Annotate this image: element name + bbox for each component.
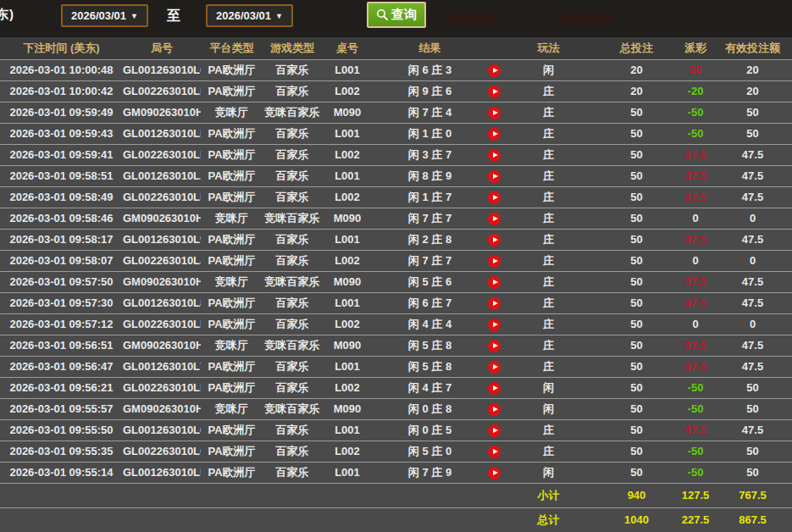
result: 闲 7 庄 9 bbox=[373, 462, 487, 483]
footer-payout: 227.5 bbox=[678, 507, 713, 532]
table-row: 2026-03-01 09:58:17GL001263010L9PA欧洲厅百家乐… bbox=[0, 229, 792, 250]
valid-bet: 0 bbox=[713, 208, 792, 229]
table-row: 2026-03-01 09:55:14GL001263010L5PA欧洲厅百家乐… bbox=[0, 462, 792, 483]
replay-icon[interactable] bbox=[488, 446, 501, 458]
play-triangle bbox=[493, 195, 498, 200]
table-no: L002 bbox=[322, 313, 373, 335]
replay-icon[interactable] bbox=[488, 424, 501, 437]
replay-icon[interactable] bbox=[488, 319, 501, 331]
replay-icon[interactable] bbox=[488, 170, 501, 183]
platform-type: 竞咪厅 bbox=[201, 398, 263, 419]
payout: 47.5 bbox=[678, 186, 713, 208]
platform-type: 竞咪厅 bbox=[201, 271, 263, 292]
bet-time: 2026-03-01 10:00:42 bbox=[0, 80, 123, 102]
platform-type: 竞咪厅 bbox=[201, 335, 263, 356]
bet-time: 2026-03-01 09:59:41 bbox=[0, 144, 123, 165]
replay-icon[interactable] bbox=[488, 340, 501, 352]
payout: 47.5 bbox=[678, 292, 713, 313]
replay-cell bbox=[487, 123, 501, 144]
bet-time: 2026-03-01 09:56:21 bbox=[0, 377, 123, 398]
replay-icon[interactable] bbox=[488, 107, 501, 119]
result: 闲 1 庄 0 bbox=[373, 123, 487, 144]
table-no: L001 bbox=[322, 59, 373, 80]
table-row: 2026-03-01 09:58:07GL002263010LJPA欧洲厅百家乐… bbox=[0, 250, 792, 271]
total-bet: 50 bbox=[595, 398, 678, 419]
round-id: GM090263010HE bbox=[123, 208, 201, 229]
play-type: 庄 bbox=[501, 441, 595, 462]
game-type: 百家乐 bbox=[263, 250, 322, 271]
replay-column-header bbox=[487, 37, 501, 59]
grandtotal-row: 总计1040227.5867.5 bbox=[0, 507, 792, 532]
replay-icon[interactable] bbox=[488, 86, 501, 98]
table-no: L002 bbox=[322, 441, 373, 462]
play-triangle bbox=[493, 428, 498, 433]
game-type: 百家乐 bbox=[263, 419, 322, 441]
replay-icon[interactable] bbox=[488, 276, 501, 289]
payout: -50 bbox=[678, 441, 713, 462]
play-type: 庄 bbox=[501, 335, 595, 356]
round-id: GL002263010LK bbox=[123, 186, 201, 208]
result: 闲 3 庄 7 bbox=[373, 144, 487, 165]
replay-icon[interactable] bbox=[488, 149, 501, 162]
platform-type: PA欧洲厅 bbox=[201, 250, 263, 271]
footer-spacer bbox=[0, 483, 501, 507]
replay-cell bbox=[487, 250, 501, 271]
play-type: 庄 bbox=[501, 271, 595, 292]
payout: 47.5 bbox=[678, 229, 713, 250]
replay-icon[interactable] bbox=[488, 128, 501, 141]
table-row: 2026-03-01 09:59:49GM090263010HF竞咪厅竞咪百家乐… bbox=[0, 102, 792, 123]
toolbar: 东) 2026/03/01 ▼ 至 2026/03/01 ▼ 查询 bbox=[0, 0, 792, 37]
replay-icon[interactable] bbox=[488, 403, 501, 416]
replay-cell bbox=[487, 313, 501, 335]
replay-icon[interactable] bbox=[488, 64, 501, 77]
to-label: 至 bbox=[167, 8, 180, 25]
total-bet: 50 bbox=[595, 271, 678, 292]
round-id: GL002263010LI bbox=[123, 313, 201, 335]
bet-time: 2026-03-01 09:59:43 bbox=[0, 123, 123, 144]
chevron-down-icon: ▼ bbox=[130, 12, 138, 20]
footer-valid-bet: 767.5 bbox=[713, 483, 792, 507]
date-to-value: 2026/03/01 bbox=[216, 9, 271, 22]
total-bet: 50 bbox=[595, 123, 678, 144]
replay-cell bbox=[487, 102, 501, 123]
valid-bet: 50 bbox=[713, 398, 792, 419]
table-row: 2026-03-01 09:59:41GL002263010LLPA欧洲厅百家乐… bbox=[0, 144, 792, 165]
round-id: GL002263010LH bbox=[123, 377, 201, 398]
replay-cell bbox=[487, 165, 501, 186]
date-to-select[interactable]: 2026/03/01 ▼ bbox=[206, 4, 293, 27]
replay-icon[interactable] bbox=[488, 234, 501, 247]
replay-icon[interactable] bbox=[488, 361, 501, 374]
date-from-select[interactable]: 2026/03/01 ▼ bbox=[61, 4, 148, 27]
total-bet: 50 bbox=[595, 186, 678, 208]
play-triangle bbox=[493, 385, 498, 391]
replay-cell bbox=[487, 292, 501, 313]
valid-bet: 50 bbox=[713, 123, 792, 144]
table-no: L001 bbox=[322, 292, 373, 313]
replay-icon[interactable] bbox=[488, 255, 501, 268]
valid-bet: 20 bbox=[713, 59, 792, 80]
table-row: 2026-03-01 09:55:57GM090263010HB竞咪厅竞咪百家乐… bbox=[0, 398, 792, 419]
replay-icon[interactable] bbox=[488, 297, 501, 310]
table-no: L001 bbox=[322, 229, 373, 250]
column-header: 总投注 bbox=[595, 37, 678, 59]
valid-bet: 0 bbox=[713, 313, 792, 335]
play-triangle bbox=[493, 322, 498, 327]
replay-icon[interactable] bbox=[488, 467, 501, 479]
cutoff-label: 东) bbox=[0, 7, 14, 23]
replay-cell bbox=[487, 419, 501, 441]
total-bet: 50 bbox=[595, 419, 678, 441]
replay-icon[interactable] bbox=[488, 382, 501, 395]
round-id: GL001263010LB bbox=[123, 123, 201, 144]
platform-type: PA欧洲厅 bbox=[201, 313, 263, 335]
result: 闲 8 庄 9 bbox=[373, 165, 487, 186]
payout: -50 bbox=[678, 462, 713, 483]
table-row: 2026-03-01 10:00:42GL002263010LMPA欧洲厅百家乐… bbox=[0, 80, 792, 102]
round-id: GL001263010LC bbox=[123, 59, 201, 80]
bet-time: 2026-03-01 09:58:51 bbox=[0, 165, 123, 186]
table-no: L001 bbox=[322, 165, 373, 186]
column-header: 结果 bbox=[373, 37, 487, 59]
query-button[interactable]: 查询 bbox=[367, 2, 426, 28]
replay-icon[interactable] bbox=[488, 191, 501, 204]
platform-type: 竞咪厅 bbox=[201, 208, 263, 229]
replay-icon[interactable] bbox=[488, 213, 501, 225]
